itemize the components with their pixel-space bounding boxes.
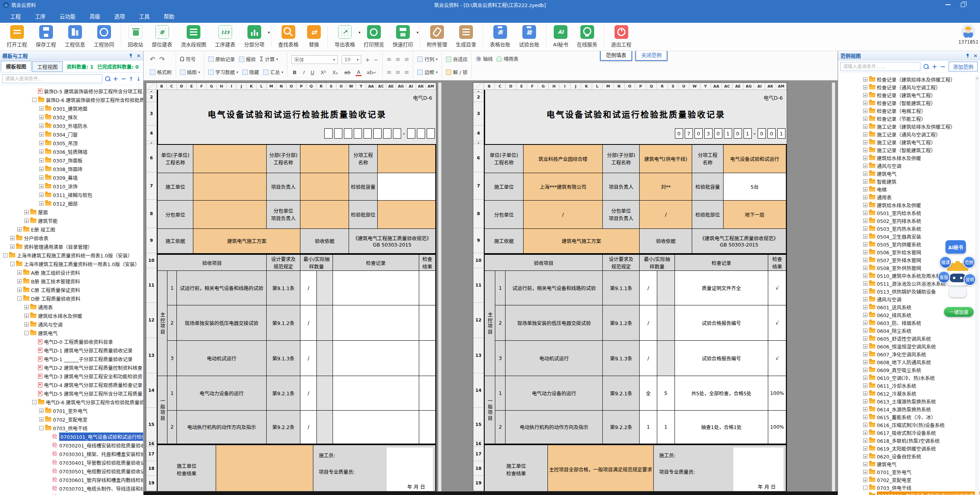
calc-button[interactable]: Σ计算▾ xyxy=(260,55,278,63)
tree-item[interactable]: + 0615_蓄能系统（冷、冰） xyxy=(838,413,980,421)
cell-result[interactable] xyxy=(419,341,436,376)
expand-toggle-icon[interactable]: + xyxy=(863,399,867,404)
column-letter[interactable]: P xyxy=(635,83,646,90)
tree-item[interactable]: + 0308_饰面砖 xyxy=(0,164,143,173)
sample-search-input[interactable] xyxy=(840,62,920,71)
tree-item[interactable]: + 0504_卫生器具安装 xyxy=(838,232,980,240)
font-smaller-button[interactable]: − xyxy=(374,57,378,63)
row-number[interactable]: 14 xyxy=(146,373,156,408)
expand-toggle-icon[interactable]: + xyxy=(863,274,867,278)
cell-sample-2[interactable]: 5 xyxy=(657,376,675,411)
cell-construction-basis[interactable]: 建筑电气施工方案 xyxy=(193,228,300,254)
tree-item[interactable]: + 通风与空调 xyxy=(838,162,980,170)
cell-result[interactable]: 100% xyxy=(768,411,786,444)
code-digit-box[interactable] xyxy=(407,128,415,139)
tree-item[interactable]: + 0501_室内给水系统 xyxy=(838,209,980,217)
column-letter[interactable]: R xyxy=(657,83,668,90)
column-letter[interactable]: Q xyxy=(646,83,657,90)
expand-toggle-icon[interactable]: + xyxy=(863,336,867,341)
help-button[interactable]: 说明 xyxy=(964,273,976,286)
row-number[interactable]: 4 xyxy=(146,126,156,141)
tree-item[interactable]: + B册 施工技术管理资料 xyxy=(0,277,143,285)
expand-toggle-icon[interactable]: + xyxy=(863,187,867,192)
robot-mascot[interactable] xyxy=(941,263,975,309)
column-letter[interactable]: F xyxy=(197,83,207,90)
expand-toggle-icon[interactable]: + xyxy=(863,219,867,223)
tree-item[interactable]: 07030101_电气设备试验和试运行检验批质量验收记录 xyxy=(838,491,980,495)
cell-sample-1[interactable]: 1 xyxy=(640,411,657,444)
tree-item[interactable]: + 0503_室内热水系统 xyxy=(838,225,980,232)
insert-picture-button[interactable]: 插图▾ xyxy=(180,68,200,76)
column-letter[interactable]: C xyxy=(495,83,506,90)
cell-construction-basis[interactable]: 建筑电气施工方案 xyxy=(523,228,639,254)
tree-item[interactable]: + 建筑给水排水及供暖 xyxy=(838,201,980,209)
column-letter[interactable]: AK xyxy=(416,83,426,90)
toolbar-button[interactable]: 退出工程 xyxy=(607,25,636,48)
tree-item[interactable]: + 检查记录（建筑给排水及供暖工程） xyxy=(838,75,980,83)
code-digit-box[interactable] xyxy=(383,128,391,139)
toolbar-button[interactable]: ⇄ 替换 xyxy=(303,25,325,48)
cell-sample-1[interactable]: / xyxy=(640,341,657,376)
row-number[interactable]: 19 xyxy=(146,476,156,491)
expand-toggle-icon[interactable]: + xyxy=(863,258,867,262)
column-letter[interactable]: AK xyxy=(765,83,776,90)
toolbar-button[interactable]: 附件管理 xyxy=(422,25,451,48)
code-digit-box[interactable]: 0 xyxy=(734,128,742,139)
row-number[interactable]: 16 xyxy=(473,441,484,447)
row-number[interactable]: 15 xyxy=(146,408,156,441)
row-number[interactable]: 6 xyxy=(146,144,156,172)
expand-toggle-icon[interactable]: + xyxy=(863,195,867,199)
expand-toggle-icon[interactable]: - xyxy=(39,426,44,430)
cell-sample-1[interactable]: / xyxy=(300,411,316,444)
cell-sample-1[interactable]: / xyxy=(640,305,657,341)
row-number[interactable]: 16 xyxy=(146,441,156,447)
expand-toggle-icon[interactable]: + xyxy=(863,470,867,474)
toolbar-button[interactable]: 工程信息 xyxy=(60,25,89,48)
expand-toggle-icon[interactable]: + xyxy=(39,184,44,188)
hide-button[interactable]: 隐藏 xyxy=(242,68,259,76)
column-letter[interactable]: M xyxy=(267,83,276,90)
expand-toggle-icon[interactable]: + xyxy=(863,109,867,113)
tree-item[interactable]: + 0604_除尘系统 xyxy=(838,327,980,334)
toolbar-button[interactable]: 回收站 xyxy=(124,25,147,48)
expand-toggle-icon[interactable]: + xyxy=(863,132,867,137)
row-number[interactable]: 9 xyxy=(146,228,156,253)
text-style-button[interactable]: I xyxy=(302,69,305,75)
cell-result[interactable] xyxy=(419,271,436,305)
code-digit-box[interactable]: 0 xyxy=(675,128,683,139)
cell-result[interactable] xyxy=(419,411,436,444)
code-digit-box[interactable] xyxy=(427,128,435,139)
user-avatar[interactable] xyxy=(961,24,975,38)
cell-sample-2[interactable] xyxy=(657,305,675,341)
code-digit-box[interactable]: 0 xyxy=(714,128,722,139)
toolbar-button[interactable]: ↗ 导出表格 xyxy=(330,25,359,48)
align-right-icon[interactable]: ≡ xyxy=(404,69,409,76)
row-number[interactable]: 20 xyxy=(146,491,156,491)
expand-all-icon[interactable]: + xyxy=(932,64,937,69)
column-letter[interactable]: AM xyxy=(776,83,787,90)
expand-toggle-icon[interactable]: + xyxy=(863,117,867,121)
tree-item[interactable]: + 0607_净化空调风系统 xyxy=(838,350,980,358)
tree-item[interactable]: + C册 工程质量保证资料 xyxy=(0,285,143,294)
tree-item[interactable]: - 装饰D-6 建筑装饰装修分部工程所含检验批质 xyxy=(0,95,143,104)
expand-all-icon[interactable]: + xyxy=(113,76,118,82)
tree-item[interactable]: + E册 竣工图 xyxy=(0,225,143,234)
column-letter[interactable]: AI xyxy=(406,83,416,90)
row-number[interactable]: 18 xyxy=(473,461,484,476)
tree-item[interactable]: 07030101_电气设备试验和试运行检验批 xyxy=(0,432,143,441)
scrollbar[interactable] xyxy=(438,82,442,491)
tree-item[interactable]: + 施工记录（通风与空调工程） xyxy=(838,130,980,138)
cell-sample-2[interactable] xyxy=(316,376,333,411)
font-size-select[interactable]: 10▾ xyxy=(342,55,361,64)
expand-toggle-icon[interactable]: + xyxy=(863,164,867,168)
column-letter[interactable]: H xyxy=(549,83,560,90)
cell-contractor-conclusion[interactable]: 主控项目全部合格，一般项目满足规范规定要求 xyxy=(548,445,654,491)
cell-acceptance-basis[interactable]: 《建筑电气工程施工质量验收规范》 GB 50303-2015 xyxy=(349,228,436,254)
code-digit-box[interactable]: 7 xyxy=(685,128,693,139)
text-style-button[interactable]: ab xyxy=(343,69,352,75)
column-letter[interactable]: AI xyxy=(754,83,765,90)
cell-sample-1[interactable]: / xyxy=(300,305,316,341)
code-digit-box[interactable]: 1 xyxy=(744,128,752,139)
tree-item[interactable]: + 0304_门窗 xyxy=(0,130,143,139)
column-letter[interactable]: B xyxy=(484,83,495,90)
